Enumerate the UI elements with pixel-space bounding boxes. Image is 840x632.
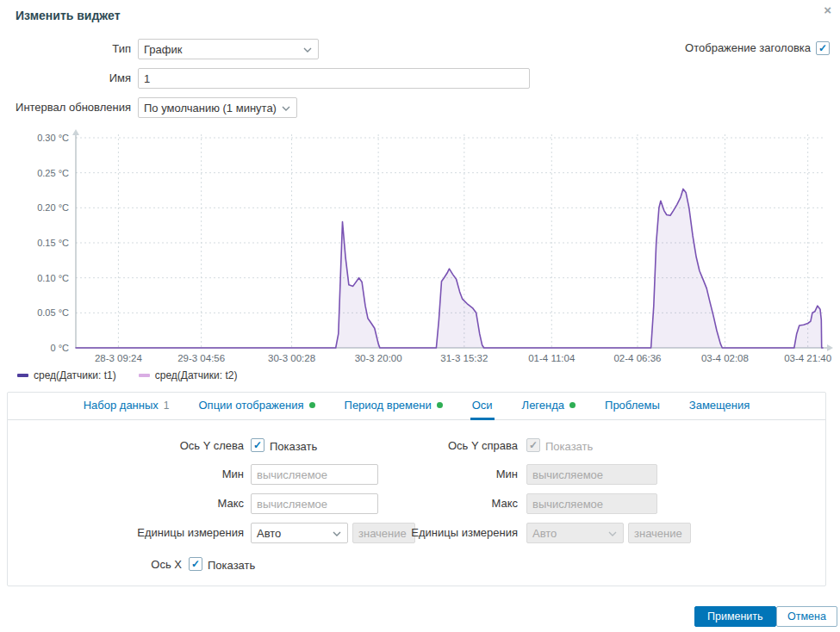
tab-overrides[interactable]: Замещения bbox=[688, 393, 752, 420]
legend-label: сред(Датчики: t2) bbox=[155, 369, 238, 381]
y-left-show-checkbox[interactable]: ✓ bbox=[251, 438, 264, 452]
green-dot-icon bbox=[309, 402, 315, 408]
x-axis-show-checkbox[interactable]: ✓ bbox=[189, 557, 202, 571]
refresh-interval-value: По умолчанию (1 минута) bbox=[144, 102, 277, 115]
tab-time-period[interactable]: Период времени bbox=[343, 393, 445, 420]
check-icon: ✓ bbox=[191, 559, 200, 569]
svg-text:0 °C: 0 °C bbox=[50, 343, 69, 353]
legend-item: сред(Датчики: t2) bbox=[139, 369, 238, 381]
y-right-min-input bbox=[526, 464, 657, 485]
graph-preview: 0.30 °C0.25 °C0.20 °C0.15 °C0.10 °C0.05 … bbox=[16, 129, 834, 384]
y-right-min-label: Мин bbox=[292, 464, 518, 485]
chevron-down-icon bbox=[608, 531, 617, 536]
close-icon[interactable]: × bbox=[824, 3, 831, 17]
y-left-units-value: Авто bbox=[257, 527, 281, 540]
type-select-value: График bbox=[144, 43, 182, 56]
name-input[interactable] bbox=[138, 68, 530, 89]
y-left-max-label: Макс bbox=[8, 493, 244, 514]
y-right-units-select: Авто bbox=[526, 523, 624, 543]
svg-text:0.15 °C: 0.15 °C bbox=[37, 238, 69, 248]
y-left-axis-label: Ось Y слева bbox=[8, 436, 244, 456]
tab-bar: Набор данных 1 Опции отображения Период … bbox=[8, 393, 825, 420]
chevron-down-icon bbox=[282, 106, 290, 111]
legend-label: сред(Датчики: t1) bbox=[34, 369, 116, 381]
tab-data-set-count: 1 bbox=[164, 400, 170, 412]
legend-swatch bbox=[17, 374, 28, 377]
type-select[interactable]: График bbox=[138, 39, 319, 59]
check-icon: ✓ bbox=[253, 440, 262, 450]
svg-text:28-3 09:24: 28-3 09:24 bbox=[95, 353, 143, 363]
legend-item: сред(Датчики: t1) bbox=[17, 369, 116, 381]
legend-swatch bbox=[139, 374, 150, 377]
cancel-button[interactable]: Отмена bbox=[776, 606, 837, 627]
y-left-min-label: Мин bbox=[8, 464, 244, 485]
x-axis-label: Ось X bbox=[8, 555, 182, 575]
svg-text:0.30 °C: 0.30 °C bbox=[37, 133, 69, 143]
svg-text:03-4 02:08: 03-4 02:08 bbox=[701, 353, 749, 363]
svg-text:03-4 21:40: 03-4 21:40 bbox=[784, 353, 831, 363]
svg-text:0.10 °C: 0.10 °C bbox=[37, 273, 69, 283]
svg-text:31-3 15:32: 31-3 15:32 bbox=[440, 353, 488, 363]
check-icon: ✓ bbox=[818, 43, 827, 53]
apply-button[interactable]: Применить bbox=[694, 606, 776, 627]
tab-display-options[interactable]: Опции отображения bbox=[197, 393, 317, 420]
y-right-show-label: Показать bbox=[545, 439, 593, 454]
tab-problems[interactable]: Проблемы bbox=[603, 393, 662, 420]
svg-text:01-4 11:04: 01-4 11:04 bbox=[528, 353, 576, 363]
svg-text:0.20 °C: 0.20 °C bbox=[37, 202, 69, 213]
green-dot-icon bbox=[569, 402, 576, 408]
y-left-units-label: Единицы измерения bbox=[8, 523, 244, 543]
green-dot-icon bbox=[437, 402, 443, 408]
tab-data-set[interactable]: Набор данных 1 bbox=[82, 393, 171, 420]
widget-config-panel: Набор данных 1 Опции отображения Период … bbox=[7, 392, 826, 586]
check-icon: ✓ bbox=[529, 440, 538, 450]
y-right-axis-label: Ось Y справа bbox=[292, 436, 518, 456]
chevron-down-icon bbox=[303, 47, 312, 53]
refresh-interval-select[interactable]: По умолчанию (1 минута) bbox=[138, 97, 297, 118]
svg-text:30-3 20:00: 30-3 20:00 bbox=[355, 353, 402, 363]
tab-legend[interactable]: Легенда bbox=[520, 393, 577, 420]
graph-legend: сред(Датчики: t1) сред(Датчики: t2) bbox=[17, 369, 237, 381]
show-header-label: Отображение заголовка bbox=[594, 38, 811, 59]
y-right-max-input bbox=[526, 493, 657, 514]
y-right-show-checkbox: ✓ bbox=[526, 438, 540, 452]
svg-text:02-4 06:36: 02-4 06:36 bbox=[613, 353, 661, 363]
refresh-interval-label: Интервал обновления bbox=[0, 97, 131, 118]
y-right-units-value-input bbox=[628, 523, 691, 543]
dialog-title: Изменить виджет bbox=[16, 9, 121, 22]
type-label: Тип bbox=[0, 39, 131, 59]
y-right-max-label: Макс bbox=[292, 493, 518, 514]
svg-text:29-3 04:56: 29-3 04:56 bbox=[177, 353, 225, 363]
svg-text:0.25 °C: 0.25 °C bbox=[37, 168, 69, 178]
x-axis-show-label: Показать bbox=[208, 558, 255, 573]
y-right-units-value: Авто bbox=[532, 527, 557, 540]
edit-widget-dialog: Изменить виджет × Тип График Отображение… bbox=[0, 0, 840, 632]
name-label: Имя bbox=[0, 68, 131, 89]
show-header-checkbox[interactable]: ✓ bbox=[816, 41, 830, 55]
svg-text:0.05 °C: 0.05 °C bbox=[37, 307, 69, 318]
y-right-units-label: Единицы измерения bbox=[292, 523, 518, 543]
svg-text:30-3 00:28: 30-3 00:28 bbox=[268, 353, 315, 363]
tab-axes[interactable]: Оси bbox=[470, 393, 495, 420]
graph-svg: 0.30 °C0.25 °C0.20 °C0.15 °C0.10 °C0.05 … bbox=[16, 129, 834, 363]
